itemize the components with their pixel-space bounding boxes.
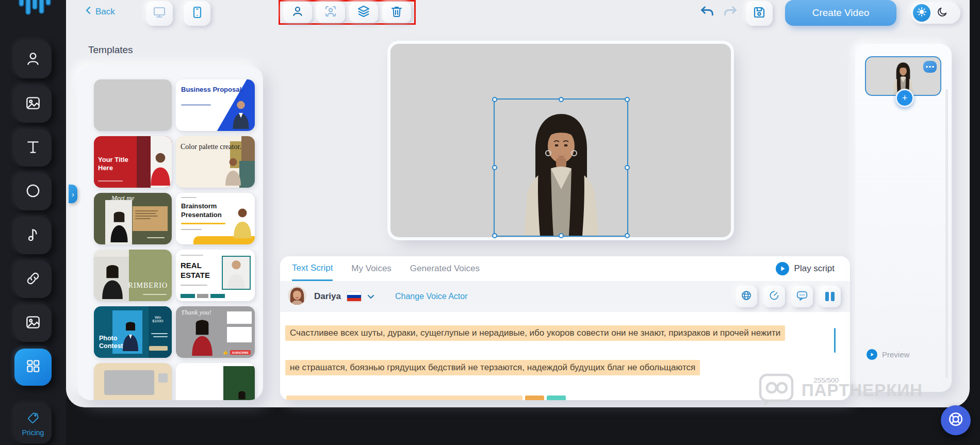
sidebar-item-music[interactable] [14,217,52,254]
tab-text-script[interactable]: Text Script [292,256,333,281]
presenter-silhouette [230,99,252,131]
sidebar-item-templates[interactable] [14,349,52,386]
template-card-photo-contest[interactable]: Photo Contest Win $1000! [94,306,172,358]
undo-button[interactable] [699,5,715,21]
sidebar-item-text[interactable] [14,129,52,167]
template-card-real-estate[interactable]: REAL ESTATE [176,250,255,301]
slides-panel: + Preview [855,44,952,392]
preview-button[interactable]: Preview [867,349,909,360]
avatar-tool-button[interactable] [283,2,312,23]
script-text-line-2[interactable]: не страшатся, боязнью грядущих бедствий … [285,360,700,375]
template-card-blank[interactable] [94,79,172,131]
decor-line [181,197,197,198]
watermark: ПАРТНЕРКИН [758,373,923,407]
template-title: Photo Contest [99,335,123,351]
add-slide-button[interactable]: + [895,89,914,107]
voice-tools [736,286,841,307]
template-card-partial-green[interactable] [176,363,255,400]
decor-line [181,285,207,286]
music-icon [24,226,42,245]
moon-icon [937,6,948,20]
selection-handle[interactable] [625,165,630,170]
delete-button[interactable] [382,2,411,23]
globe-icon [741,290,752,303]
presenter-silhouette [233,390,251,400]
sidebar-item-link[interactable] [14,261,52,298]
save-icon [752,5,766,22]
selection-handle[interactable] [492,233,497,238]
decor-block [227,311,252,324]
selection-handle[interactable] [492,97,497,102]
layers-button[interactable] [349,2,378,23]
template-title: RIMBERIO [128,282,168,290]
selection-handle[interactable] [559,97,564,102]
template-card-business-proposal[interactable]: Business Proposal. [176,79,255,131]
create-video-button[interactable]: Create Video [785,0,896,26]
change-voice-actor-link[interactable]: Change Voice Actor [395,292,468,301]
template-badge: SUBSCRIBE [230,350,251,355]
layers-icon [357,5,370,20]
template-card-thank-you[interactable]: Thank you! SUBSCRIBE 👍 [176,306,255,358]
canvas-avatar[interactable] [499,106,623,236]
decor-line [181,255,203,256]
slide-options-button[interactable] [923,61,937,73]
speed-button[interactable] [763,286,785,307]
avatar-selection-box[interactable] [494,98,628,237]
app-logo [19,0,52,17]
pricing-tag-icon [26,411,40,426]
template-card-your-title[interactable]: Your Title Here [94,136,172,188]
desktop-icon [152,5,167,22]
template-card-color-palette[interactable]: Color palette creator. [176,136,255,188]
sidebar-item-images[interactable] [14,86,52,123]
speed-gauge-icon [769,290,780,303]
pause-button[interactable] [819,286,841,307]
russian-flag-icon [347,292,361,302]
save-button[interactable] [746,1,773,26]
tab-my-voices[interactable]: My Voices [351,256,391,281]
template-card-rimberio[interactable]: RIMBERIO [94,250,172,301]
voice-avatar[interactable] [287,286,307,307]
selection-handle[interactable] [625,97,630,102]
presenter-silhouette [231,207,254,240]
templates-grid: Business Proposal. Your Title Here [94,79,255,400]
sidebar-item-media[interactable] [14,305,52,342]
help-button[interactable] [941,405,971,435]
avatar-frame-icon [324,5,337,20]
desktop-view-button[interactable] [146,1,173,26]
sidebar: Pricing [0,0,66,445]
presenter-silhouette [108,210,130,244]
template-card-meet-me[interactable]: Meet me [94,193,172,244]
template-card-brainstorm[interactable]: Brainstorm Presentation [176,193,255,244]
back-chevron-icon [85,6,91,17]
pricing-button[interactable]: Pricing [14,404,52,443]
tab-generated-voices[interactable]: Generated Voices [410,256,480,281]
template-card-partial-tan[interactable] [94,363,172,400]
dark-theme-button[interactable] [935,5,950,21]
light-theme-button[interactable] [913,4,930,22]
voice-name[interactable]: Dariya [314,291,341,302]
play-script-button[interactable]: Play script [776,262,835,275]
sidebar-item-shapes[interactable] [14,173,52,210]
presenter-silhouette [188,318,216,358]
subtitles-button[interactable] [791,286,813,307]
selection-handle[interactable] [559,233,564,238]
mobile-view-button[interactable] [184,1,210,26]
undo-icon [699,5,715,21]
selection-handle[interactable] [492,165,497,170]
script-text-line-1[interactable]: Счастливее всех шуты, дураки, сущеглупые… [285,325,785,341]
chevron-down-icon[interactable] [367,294,374,299]
selection-handle[interactable] [625,233,630,238]
preview-label: Preview [882,350,909,359]
avatar-frame-button[interactable] [316,2,345,23]
theme-toggle [911,2,960,24]
pause-icon [825,292,835,301]
redo-button[interactable] [722,5,739,21]
slides-scrollbar[interactable] [945,89,948,378]
language-button[interactable] [736,286,757,307]
expand-templates-button[interactable]: › [69,185,77,203]
template-title: REAL ESTATE [181,261,210,281]
script-scrollbar[interactable] [834,328,836,353]
back-button[interactable]: Back [85,6,115,17]
sidebar-item-avatars[interactable] [14,41,52,78]
play-script-label: Play script [794,263,835,274]
